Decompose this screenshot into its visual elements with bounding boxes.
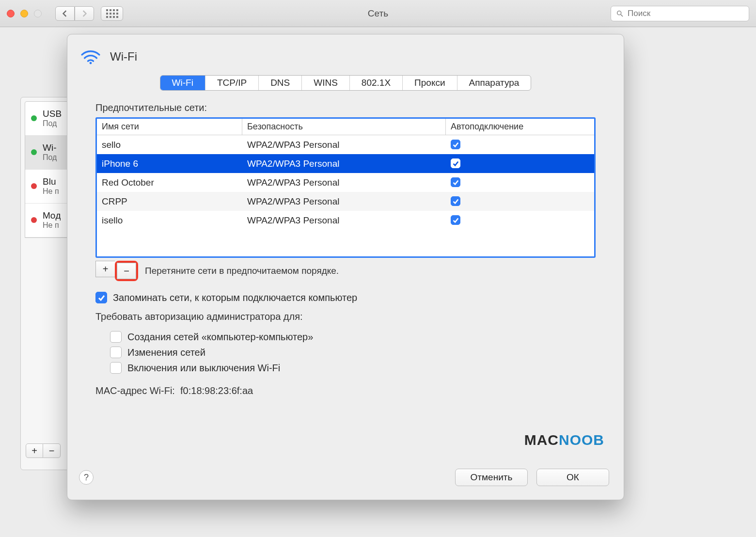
col-auto[interactable]: Автоподключение <box>446 119 594 135</box>
tab-hardware[interactable]: Аппаратура <box>457 76 531 90</box>
checkbox-icon[interactable] <box>110 347 122 358</box>
zoom-window-icon <box>34 10 42 17</box>
mac-address-line: MAC-адрес Wi-Fi: f0:18:98:23:6f:aa <box>95 385 596 396</box>
status-dot-icon <box>31 149 37 155</box>
cell-security: WPA2/WPA3 Personal <box>242 158 446 169</box>
auto-join-checkbox[interactable] <box>451 215 460 225</box>
cell-name: isello <box>97 215 242 226</box>
table-row[interactable]: Red OctoberWPA2/WPA3 Personal <box>97 173 594 192</box>
help-button[interactable]: ? <box>79 470 94 485</box>
tab-tcpip[interactable]: TCP/IP <box>205 76 259 90</box>
checkbox-icon[interactable] <box>95 292 107 303</box>
sheet-header: Wi-Fi <box>67 34 624 73</box>
minimize-window-icon[interactable] <box>20 10 28 17</box>
auto-join-checkbox[interactable] <box>451 177 460 187</box>
brand-part1: MAC <box>524 432 559 448</box>
cell-auto <box>446 196 594 207</box>
search-icon <box>616 10 624 17</box>
options-group: Запоминать сети, к которым подключается … <box>95 292 596 374</box>
table-row[interactable]: iselloWPA2/WPA3 Personal <box>97 211 594 230</box>
cell-security: WPA2/WPA3 Personal <box>242 140 446 150</box>
cell-auto <box>446 158 594 169</box>
nav-group <box>55 6 94 21</box>
svg-line-1 <box>621 15 623 16</box>
preferred-networks-table[interactable]: Имя сети Безопасность Автоподключение se… <box>95 117 596 258</box>
col-name[interactable]: Имя сети <box>97 119 242 135</box>
interface-name: Blu <box>43 176 59 187</box>
show-all-button[interactable] <box>101 6 123 21</box>
table-controls: + − Перетяните сети в предпочитаемом пор… <box>95 261 596 281</box>
cancel-button[interactable]: Отменить <box>455 469 528 486</box>
highlight-annotation: − <box>115 261 138 281</box>
remove-network-button[interactable]: − <box>117 263 136 279</box>
traffic-lights <box>7 10 42 17</box>
auto-join-checkbox[interactable] <box>451 158 460 168</box>
add-network-button[interactable]: + <box>95 261 115 277</box>
status-dot-icon <box>31 217 37 223</box>
search-input[interactable] <box>628 9 744 18</box>
preferred-networks-label: Предпочтительные сети: <box>95 102 596 113</box>
table-row[interactable]: CRPPWPA2/WPA3 Personal <box>97 192 594 211</box>
interface-status: Под <box>43 153 57 162</box>
cell-name: CRPP <box>97 196 242 207</box>
tab-wifi[interactable]: Wi-Fi <box>160 76 205 90</box>
interface-status: Не п <box>43 221 61 230</box>
cell-auto <box>446 140 594 150</box>
interface-name: Moд <box>43 210 61 221</box>
auto-join-checkbox[interactable] <box>451 140 460 149</box>
svg-point-2 <box>90 62 92 64</box>
admin-opt-label: Включения или выключения Wi-Fi <box>127 363 280 374</box>
svg-point-0 <box>617 11 621 15</box>
admin-opt-change[interactable]: Изменения сетей <box>110 347 596 358</box>
cell-auto <box>446 177 594 188</box>
status-dot-icon <box>31 115 37 121</box>
admin-opt-adhoc[interactable]: Создания сетей «компьютер-компьютер» <box>110 331 596 343</box>
checkbox-icon[interactable] <box>110 331 122 343</box>
cell-auto <box>446 215 594 226</box>
drag-hint: Перетяните сети в предпочитаемом порядке… <box>145 266 339 276</box>
window-title: Сеть <box>368 8 388 19</box>
cell-name: sello <box>97 140 242 150</box>
admin-auth-label: Требовать авторизацию администратора для… <box>95 311 596 322</box>
ok-button[interactable]: ОК <box>536 469 609 486</box>
admin-opt-toggle[interactable]: Включения или выключения Wi-Fi <box>110 362 596 374</box>
checkbox-icon[interactable] <box>110 362 122 374</box>
interface-name: Wi- <box>43 142 57 153</box>
table-row[interactable]: iPhone 6WPA2/WPA3 Personal <box>97 154 594 173</box>
table-row[interactable]: selloWPA2/WPA3 Personal <box>97 135 594 154</box>
search-field[interactable] <box>611 6 749 21</box>
cell-security: WPA2/WPA3 Personal <box>242 215 446 226</box>
admin-opt-label: Изменения сетей <box>127 347 205 358</box>
cell-name: iPhone 6 <box>97 158 242 169</box>
back-button[interactable] <box>55 6 75 21</box>
interface-add-remove: + − <box>26 443 61 458</box>
tab-wins[interactable]: WINS <box>302 76 350 90</box>
sheet-content: Предпочтительные сети: Имя сети Безопасн… <box>67 99 624 459</box>
add-remove-network: + − <box>95 261 138 281</box>
remember-networks-option[interactable]: Запоминать сети, к которым подключается … <box>95 292 596 303</box>
col-security[interactable]: Безопасность <box>242 119 446 135</box>
tab-8021x[interactable]: 802.1X <box>350 76 403 90</box>
remember-networks-label: Запоминать сети, к которым подключается … <box>113 292 357 303</box>
tab-proxy[interactable]: Прокси <box>403 76 457 90</box>
wifi-settings-sheet: Wi-Fi Wi-Fi TCP/IP DNS WINS 802.1X Прокс… <box>67 34 624 500</box>
close-window-icon[interactable] <box>7 10 15 17</box>
watermark: MACNOOB <box>524 432 604 448</box>
forward-button[interactable] <box>75 6 94 21</box>
mac-address-value: f0:18:98:23:6f:aa <box>180 385 253 396</box>
interface-name: USB <box>43 109 62 119</box>
tab-bar: Wi-Fi TCP/IP DNS WINS 802.1X Прокси Аппа… <box>160 75 532 91</box>
remove-interface-button[interactable]: − <box>43 443 61 458</box>
add-interface-button[interactable]: + <box>26 443 43 458</box>
wifi-icon <box>80 46 101 67</box>
window-toolbar: Сеть <box>0 0 756 27</box>
status-dot-icon <box>31 183 37 189</box>
cell-security: WPA2/WPA3 Personal <box>242 196 446 207</box>
sheet-footer: ? Отменить ОК <box>67 459 624 500</box>
sheet-title: Wi-Fi <box>110 50 137 63</box>
admin-opt-label: Создания сетей «компьютер-компьютер» <box>127 332 313 343</box>
interface-status: Под <box>43 119 62 128</box>
auto-join-checkbox[interactable] <box>451 196 460 206</box>
tab-dns[interactable]: DNS <box>259 76 302 90</box>
brand-part2: NOOB <box>559 432 604 448</box>
